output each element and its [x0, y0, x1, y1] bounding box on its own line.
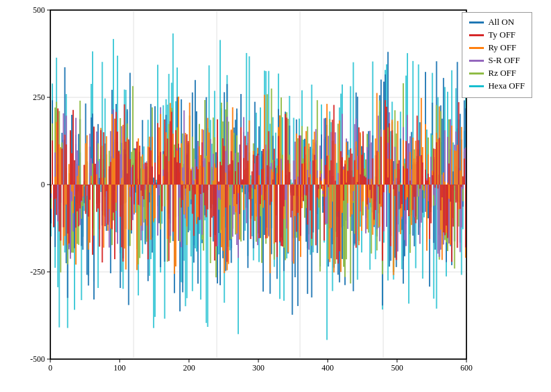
svg-rect-1284	[122, 125, 123, 185]
svg-rect-356	[84, 185, 85, 203]
svg-rect-1350	[214, 164, 215, 185]
svg-rect-1291	[132, 185, 134, 187]
svg-rect-1733	[329, 170, 330, 185]
svg-rect-996	[139, 185, 140, 205]
svg-rect-1252	[78, 166, 79, 185]
svg-rect-1129	[323, 118, 325, 185]
svg-rect-1819	[448, 164, 450, 185]
svg-rect-1801	[423, 185, 425, 185]
svg-rect-1728	[322, 185, 323, 185]
svg-rect-1434	[330, 185, 332, 228]
svg-rect-990	[131, 167, 132, 185]
svg-text:600: 600	[460, 363, 472, 373]
svg-rect-1568	[100, 130, 101, 185]
svg-rect-1751	[354, 160, 356, 185]
svg-rect-1270	[103, 185, 105, 248]
svg-rect-1816	[444, 185, 446, 235]
svg-rect-1787	[404, 185, 405, 210]
svg-rect-310	[436, 185, 438, 309]
svg-rect-1087	[265, 144, 266, 185]
svg-rect-1719	[309, 185, 311, 211]
svg-rect-770	[242, 185, 243, 185]
svg-rect-1528	[461, 127, 462, 185]
svg-rect-1505	[429, 177, 430, 185]
svg-rect-1342	[203, 167, 204, 185]
svg-rect-205	[291, 179, 292, 185]
svg-rect-1117	[307, 170, 308, 185]
svg-rect-1399	[282, 170, 283, 185]
svg-rect-1298	[142, 154, 143, 185]
svg-rect-1812	[439, 138, 440, 185]
svg-rect-1609	[157, 123, 158, 185]
svg-rect-1685	[262, 149, 264, 185]
svg-rect-1628	[183, 185, 185, 185]
svg-rect-1476	[389, 185, 390, 193]
svg-rect-692	[134, 150, 135, 185]
svg-rect-663	[93, 185, 95, 236]
svg-rect-1643	[204, 185, 205, 205]
svg-rect-1443	[343, 170, 344, 185]
svg-rect-1457	[362, 185, 364, 201]
svg-rect-1744	[344, 164, 346, 185]
svg-rect-1746	[347, 171, 348, 185]
svg-rect-1521	[451, 126, 452, 185]
svg-rect-1181	[396, 178, 397, 185]
svg-rect-1558	[87, 185, 88, 186]
svg-rect-1764	[372, 158, 373, 185]
svg-rect-1112	[300, 136, 301, 185]
svg-rect-1677	[252, 171, 253, 185]
svg-rect-1525	[457, 145, 458, 185]
svg-rect-1623	[177, 162, 178, 185]
svg-rect-1786	[403, 166, 404, 185]
svg-rect-1761	[368, 179, 369, 185]
svg-rect-1220	[450, 119, 451, 185]
svg-rect-1572	[106, 185, 107, 191]
svg-rect-1554	[81, 185, 82, 201]
svg-rect-1006	[153, 183, 154, 185]
svg-rect-1697	[279, 185, 281, 241]
svg-rect-1575	[110, 162, 111, 185]
svg-text:500: 500	[391, 363, 403, 373]
svg-rect-1620	[172, 185, 174, 232]
svg-rect-1163	[370, 142, 372, 185]
svg-rect-1386	[264, 95, 265, 185]
svg-rect-1382	[258, 175, 260, 185]
svg-rect-1585	[124, 104, 126, 185]
svg-rect-1820	[450, 185, 451, 201]
svg-rect-1448	[350, 185, 351, 217]
svg-rect-1692	[272, 180, 274, 185]
legend-item-all-on: All ON	[469, 17, 525, 28]
svg-rect-176	[250, 175, 252, 185]
svg-rect-1345	[207, 118, 209, 185]
svg-rect-1098	[281, 158, 282, 185]
svg-rect-1393	[274, 185, 275, 244]
svg-rect-1539	[60, 185, 61, 240]
svg-rect-1459	[365, 185, 366, 207]
svg-rect-1559	[88, 185, 89, 217]
svg-rect-1397	[279, 115, 281, 185]
svg-rect-1632	[189, 185, 191, 191]
svg-rect-1408	[295, 185, 296, 216]
svg-rect-1782	[397, 164, 399, 185]
svg-rect-1688	[266, 165, 268, 185]
svg-rect-1380	[256, 185, 257, 217]
svg-rect-275	[387, 185, 389, 281]
svg-rect-1320	[172, 134, 174, 185]
svg-rect-991	[132, 185, 134, 220]
svg-rect-1272	[106, 136, 107, 185]
svg-rect-1432	[328, 155, 329, 185]
svg-rect-1538	[58, 185, 60, 232]
svg-text:0: 0	[41, 180, 45, 189]
svg-rect-1706	[292, 185, 293, 211]
svg-rect-1722	[314, 155, 315, 185]
svg-rect-1818	[447, 185, 448, 238]
svg-rect-1029	[185, 185, 186, 218]
svg-rect-1449	[351, 185, 352, 214]
svg-rect-1391	[271, 169, 272, 185]
svg-rect-1730	[325, 165, 326, 185]
svg-rect-1544	[67, 185, 68, 234]
svg-rect-1743	[343, 185, 344, 201]
svg-rect-1414	[303, 163, 304, 185]
svg-rect-1604	[150, 150, 152, 185]
svg-rect-1670	[242, 179, 243, 185]
